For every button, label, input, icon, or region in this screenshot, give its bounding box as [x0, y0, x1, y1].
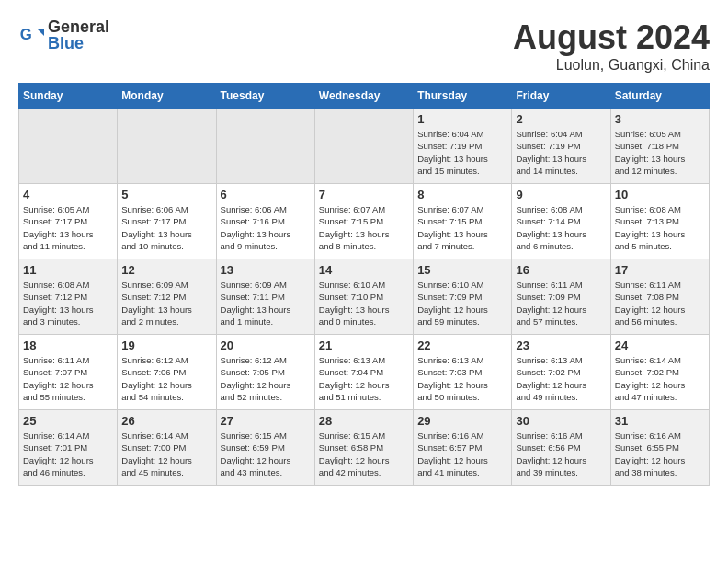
day-number: 27 — [221, 414, 311, 428]
svg-marker-1 — [38, 29, 44, 35]
day-number: 19 — [121, 339, 211, 352]
day-info: Sunrise: 6:07 AM Sunset: 7:15 PM Dayligh… — [417, 203, 507, 252]
day-info: Sunrise: 6:10 AM Sunset: 7:09 PM Dayligh… — [417, 279, 507, 327]
weekday-header: Sunday — [19, 84, 118, 109]
day-info: Sunrise: 6:14 AM Sunset: 7:00 PM Dayligh… — [121, 430, 211, 478]
weekday-header: Tuesday — [216, 84, 314, 109]
calendar-cell: 2Sunrise: 6:04 AM Sunset: 7:19 PM Daylig… — [512, 109, 610, 184]
day-number: 28 — [319, 414, 409, 428]
weekday-header: Saturday — [610, 84, 709, 109]
day-info: Sunrise: 6:11 AM Sunset: 7:08 PM Dayligh… — [615, 279, 705, 327]
month-title: August 2024 — [513, 18, 710, 57]
day-info: Sunrise: 6:08 AM Sunset: 7:13 PM Dayligh… — [615, 203, 705, 252]
calendar-cell — [314, 109, 413, 184]
calendar-cell: 31Sunrise: 6:16 AM Sunset: 6:55 PM Dayli… — [610, 410, 709, 486]
day-info: Sunrise: 6:10 AM Sunset: 7:10 PM Dayligh… — [319, 279, 409, 327]
day-number: 18 — [23, 339, 113, 352]
calendar-week-row: 1Sunrise: 6:04 AM Sunset: 7:19 PM Daylig… — [19, 109, 710, 184]
calendar-week-row: 4Sunrise: 6:05 AM Sunset: 7:17 PM Daylig… — [19, 184, 710, 259]
logo-general: General — [48, 18, 109, 35]
calendar-cell: 17Sunrise: 6:11 AM Sunset: 7:08 PM Dayli… — [610, 259, 709, 335]
day-number: 15 — [417, 263, 507, 277]
day-number: 13 — [221, 263, 311, 277]
calendar-cell: 29Sunrise: 6:16 AM Sunset: 6:57 PM Dayli… — [414, 410, 512, 486]
weekday-header-row: SundayMondayTuesdayWednesdayThursdayFrid… — [19, 84, 710, 109]
weekday-header: Monday — [118, 84, 216, 109]
calendar-cell: 16Sunrise: 6:11 AM Sunset: 7:09 PM Dayli… — [512, 259, 610, 335]
calendar-cell: 22Sunrise: 6:13 AM Sunset: 7:03 PM Dayli… — [414, 335, 512, 410]
day-number: 29 — [417, 414, 507, 428]
day-info: Sunrise: 6:07 AM Sunset: 7:15 PM Dayligh… — [319, 203, 409, 252]
calendar-cell: 18Sunrise: 6:11 AM Sunset: 7:07 PM Dayli… — [19, 335, 118, 410]
day-number: 16 — [516, 263, 606, 277]
calendar-cell: 3Sunrise: 6:05 AM Sunset: 7:18 PM Daylig… — [610, 109, 709, 184]
day-info: Sunrise: 6:16 AM Sunset: 6:55 PM Dayligh… — [615, 430, 705, 478]
location: Luolun, Guangxi, China — [513, 57, 710, 74]
logo-blue: Blue — [48, 35, 109, 52]
calendar-cell: 6Sunrise: 6:06 AM Sunset: 7:16 PM Daylig… — [216, 184, 314, 259]
day-number: 11 — [23, 263, 113, 277]
weekday-header: Friday — [512, 84, 610, 109]
calendar-cell: 9Sunrise: 6:08 AM Sunset: 7:14 PM Daylig… — [512, 184, 610, 259]
day-number: 26 — [121, 414, 211, 428]
weekday-header: Thursday — [414, 84, 512, 109]
calendar-cell: 12Sunrise: 6:09 AM Sunset: 7:12 PM Dayli… — [118, 259, 216, 335]
logo-text: General Blue — [48, 18, 109, 52]
calendar-cell: 13Sunrise: 6:09 AM Sunset: 7:11 PM Dayli… — [216, 259, 314, 335]
calendar-cell: 10Sunrise: 6:08 AM Sunset: 7:13 PM Dayli… — [610, 184, 709, 259]
calendar-cell — [216, 109, 314, 184]
logo-icon: G — [18, 22, 44, 48]
day-number: 31 — [615, 414, 705, 428]
day-number: 9 — [516, 188, 606, 201]
day-info: Sunrise: 6:08 AM Sunset: 7:12 PM Dayligh… — [23, 279, 113, 327]
calendar-week-row: 11Sunrise: 6:08 AM Sunset: 7:12 PM Dayli… — [19, 259, 710, 335]
day-number: 1 — [417, 112, 507, 126]
day-number: 20 — [221, 339, 311, 352]
calendar-cell: 23Sunrise: 6:13 AM Sunset: 7:02 PM Dayli… — [512, 335, 610, 410]
calendar-cell: 7Sunrise: 6:07 AM Sunset: 7:15 PM Daylig… — [314, 184, 413, 259]
day-number: 24 — [615, 339, 705, 352]
day-number: 10 — [615, 188, 705, 201]
day-number: 4 — [23, 188, 113, 201]
calendar-cell — [19, 109, 118, 184]
calendar-cell: 26Sunrise: 6:14 AM Sunset: 7:00 PM Dayli… — [118, 410, 216, 486]
day-info: Sunrise: 6:13 AM Sunset: 7:04 PM Dayligh… — [319, 354, 409, 403]
day-info: Sunrise: 6:14 AM Sunset: 7:01 PM Dayligh… — [23, 430, 113, 478]
day-info: Sunrise: 6:05 AM Sunset: 7:17 PM Dayligh… — [23, 203, 113, 252]
page-header: G General Blue August 2024 Luolun, Guang… — [18, 18, 710, 74]
day-info: Sunrise: 6:12 AM Sunset: 7:05 PM Dayligh… — [221, 354, 311, 403]
day-number: 14 — [319, 263, 409, 277]
calendar-cell — [118, 109, 216, 184]
day-info: Sunrise: 6:13 AM Sunset: 7:03 PM Dayligh… — [417, 354, 507, 403]
day-number: 7 — [319, 188, 409, 201]
title-block: August 2024 Luolun, Guangxi, China — [513, 18, 710, 74]
day-number: 6 — [221, 188, 311, 201]
calendar-cell: 27Sunrise: 6:15 AM Sunset: 6:59 PM Dayli… — [216, 410, 314, 486]
calendar-week-row: 18Sunrise: 6:11 AM Sunset: 7:07 PM Dayli… — [19, 335, 710, 410]
day-number: 30 — [516, 414, 606, 428]
calendar-cell: 28Sunrise: 6:15 AM Sunset: 6:58 PM Dayli… — [314, 410, 413, 486]
calendar-cell: 11Sunrise: 6:08 AM Sunset: 7:12 PM Dayli… — [19, 259, 118, 335]
day-info: Sunrise: 6:09 AM Sunset: 7:12 PM Dayligh… — [121, 279, 211, 327]
day-number: 25 — [23, 414, 113, 428]
day-number: 2 — [516, 112, 606, 126]
calendar-cell: 24Sunrise: 6:14 AM Sunset: 7:02 PM Dayli… — [610, 335, 709, 410]
calendar-cell: 8Sunrise: 6:07 AM Sunset: 7:15 PM Daylig… — [414, 184, 512, 259]
day-info: Sunrise: 6:06 AM Sunset: 7:16 PM Dayligh… — [221, 203, 311, 252]
day-info: Sunrise: 6:14 AM Sunset: 7:02 PM Dayligh… — [615, 354, 705, 403]
day-info: Sunrise: 6:04 AM Sunset: 7:19 PM Dayligh… — [516, 128, 606, 177]
calendar-cell: 19Sunrise: 6:12 AM Sunset: 7:06 PM Dayli… — [118, 335, 216, 410]
calendar-cell: 21Sunrise: 6:13 AM Sunset: 7:04 PM Dayli… — [314, 335, 413, 410]
calendar-cell: 20Sunrise: 6:12 AM Sunset: 7:05 PM Dayli… — [216, 335, 314, 410]
day-number: 8 — [417, 188, 507, 201]
day-info: Sunrise: 6:08 AM Sunset: 7:14 PM Dayligh… — [516, 203, 606, 252]
calendar-cell: 25Sunrise: 6:14 AM Sunset: 7:01 PM Dayli… — [19, 410, 118, 486]
calendar-cell: 30Sunrise: 6:16 AM Sunset: 6:56 PM Dayli… — [512, 410, 610, 486]
day-info: Sunrise: 6:13 AM Sunset: 7:02 PM Dayligh… — [516, 354, 606, 403]
day-info: Sunrise: 6:09 AM Sunset: 7:11 PM Dayligh… — [221, 279, 311, 327]
day-info: Sunrise: 6:11 AM Sunset: 7:09 PM Dayligh… — [516, 279, 606, 327]
calendar-week-row: 25Sunrise: 6:14 AM Sunset: 7:01 PM Dayli… — [19, 410, 710, 486]
weekday-header: Wednesday — [314, 84, 413, 109]
day-number: 17 — [615, 263, 705, 277]
day-info: Sunrise: 6:16 AM Sunset: 6:56 PM Dayligh… — [516, 430, 606, 478]
